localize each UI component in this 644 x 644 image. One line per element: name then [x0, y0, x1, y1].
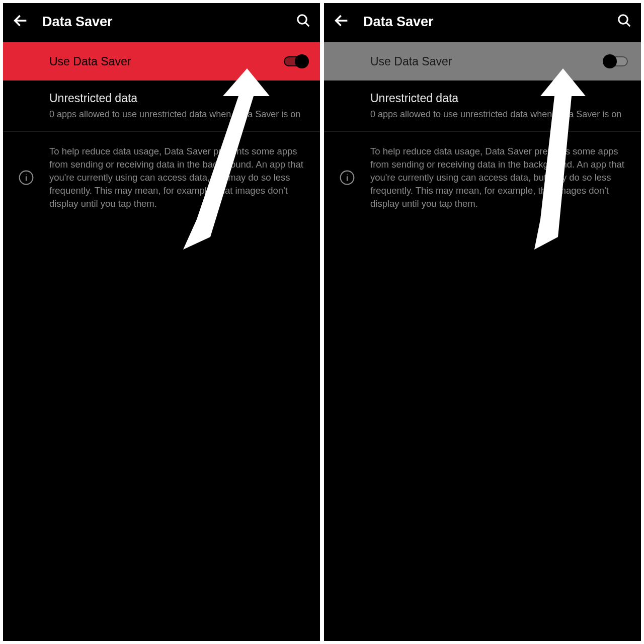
use-data-saver-toggle[interactable] [605, 56, 628, 66]
info-text: To help reduce data usage, Data Saver pr… [370, 145, 628, 210]
unrestricted-data-title: Unrestricted data [370, 92, 628, 105]
search-icon[interactable] [617, 13, 632, 30]
search-icon[interactable] [296, 13, 311, 30]
app-header: Data Saver [3, 3, 320, 42]
svg-point-10 [347, 174, 348, 175]
unrestricted-data-item[interactable]: Unrestricted data 0 apps allowed to use … [324, 80, 641, 132]
info-icon [339, 170, 355, 186]
svg-point-6 [619, 15, 628, 24]
use-data-saver-row[interactable]: Use Data Saver [324, 42, 641, 80]
svg-point-0 [298, 15, 307, 24]
svg-line-1 [305, 23, 309, 27]
screen-left: Data Saver Use Data Saver Unrestricted d… [3, 3, 320, 641]
svg-point-4 [26, 174, 27, 175]
back-arrow-icon[interactable] [333, 12, 350, 31]
unrestricted-data-item[interactable]: Unrestricted data 0 apps allowed to use … [3, 80, 320, 132]
app-header: Data Saver [324, 3, 641, 42]
info-row: To help reduce data usage, Data Saver pr… [324, 132, 641, 223]
info-icon [18, 170, 34, 186]
unrestricted-data-title: Unrestricted data [49, 92, 307, 105]
use-data-saver-label: Use Data Saver [370, 55, 452, 68]
unrestricted-data-subtitle: 0 apps allowed to use unrestricted data … [49, 108, 307, 120]
svg-line-7 [626, 23, 630, 27]
page-title: Data Saver [42, 14, 113, 30]
screen-right: Data Saver Use Data Saver Unrestricted d… [324, 3, 641, 641]
info-row: To help reduce data usage, Data Saver pr… [3, 132, 320, 223]
page-title: Data Saver [363, 14, 434, 30]
info-text: To help reduce data usage, Data Saver pr… [49, 145, 307, 210]
use-data-saver-label: Use Data Saver [49, 55, 131, 68]
back-arrow-icon[interactable] [12, 12, 29, 31]
use-data-saver-row[interactable]: Use Data Saver [3, 42, 320, 80]
use-data-saver-toggle[interactable] [284, 56, 307, 66]
unrestricted-data-subtitle: 0 apps allowed to use unrestricted data … [370, 108, 628, 120]
